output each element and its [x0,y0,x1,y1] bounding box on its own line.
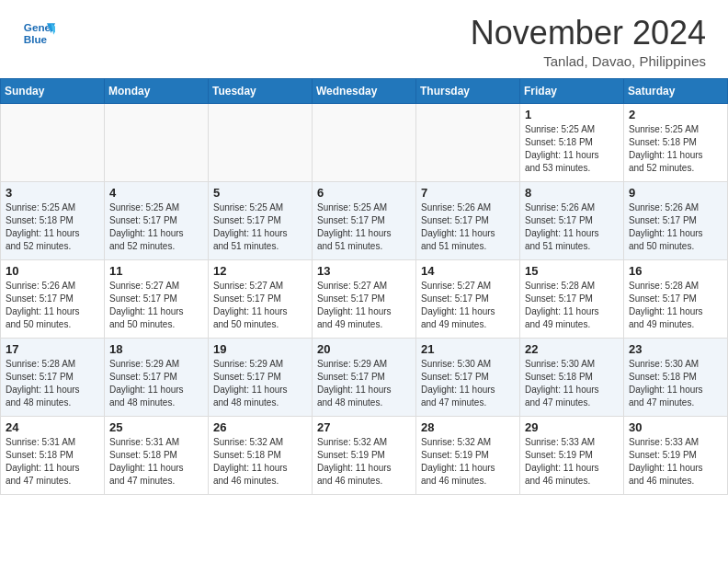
day-info: Sunrise: 5:31 AMSunset: 5:18 PMDaylight:… [109,436,203,488]
calendar-cell: 24Sunrise: 5:31 AMSunset: 5:18 PMDayligh… [1,417,105,495]
day-info: Sunrise: 5:25 AMSunset: 5:17 PMDaylight:… [109,201,203,253]
day-info: Sunrise: 5:27 AMSunset: 5:17 PMDaylight:… [317,280,411,331]
title-block: November 2024 Tanlad, Davao, Philippines [471,17,706,69]
day-number: 28 [421,420,515,434]
calendar-cell: 17Sunrise: 5:28 AMSunset: 5:17 PMDayligh… [1,339,105,417]
day-info: Sunrise: 5:32 AMSunset: 5:19 PMDaylight:… [421,436,515,488]
day-info: Sunrise: 5:32 AMSunset: 5:19 PMDaylight:… [317,436,411,488]
day-info: Sunrise: 5:25 AMSunset: 5:18 PMDaylight:… [6,201,99,253]
day-number: 27 [317,420,411,434]
calendar-cell: 22Sunrise: 5:30 AMSunset: 5:18 PMDayligh… [520,339,624,417]
calendar-cell: 9Sunrise: 5:26 AMSunset: 5:17 PMDaylight… [624,182,728,260]
day-number: 14 [421,264,515,278]
day-number: 25 [109,420,203,434]
calendar-cell: 13Sunrise: 5:27 AMSunset: 5:17 PMDayligh… [313,260,416,339]
day-number: 7 [421,186,515,200]
calendar-cell: 18Sunrise: 5:29 AMSunset: 5:17 PMDayligh… [105,339,209,417]
day-number: 20 [317,342,411,356]
day-number: 13 [317,264,411,278]
day-info: Sunrise: 5:29 AMSunset: 5:17 PMDaylight:… [213,358,307,409]
calendar-cell: 20Sunrise: 5:29 AMSunset: 5:17 PMDayligh… [313,339,416,417]
day-number: 12 [213,264,307,278]
calendar-cell: 3Sunrise: 5:25 AMSunset: 5:18 PMDaylight… [1,182,105,260]
calendar-cell: 6Sunrise: 5:25 AMSunset: 5:17 PMDaylight… [313,182,416,260]
calendar-cell: 4Sunrise: 5:25 AMSunset: 5:17 PMDaylight… [105,182,209,260]
day-info: Sunrise: 5:27 AMSunset: 5:17 PMDaylight:… [421,280,515,331]
col-monday: Monday [105,79,209,104]
day-info: Sunrise: 5:26 AMSunset: 5:17 PMDaylight:… [525,201,619,253]
col-friday: Friday [520,79,624,104]
calendar-cell [313,104,416,182]
month-title: November 2024 [471,17,706,50]
day-info: Sunrise: 5:27 AMSunset: 5:17 PMDaylight:… [109,280,203,331]
day-number: 1 [525,108,619,121]
day-info: Sunrise: 5:32 AMSunset: 5:18 PMDaylight:… [213,436,307,488]
page: General Blue November 2024 Tanlad, Davao… [0,0,728,495]
col-wednesday: Wednesday [313,79,416,104]
day-number: 6 [317,186,411,200]
logo: General Blue [22,17,55,50]
calendar-cell: 30Sunrise: 5:33 AMSunset: 5:19 PMDayligh… [624,417,728,495]
week-row-5: 24Sunrise: 5:31 AMSunset: 5:18 PMDayligh… [1,417,728,495]
day-info: Sunrise: 5:30 AMSunset: 5:18 PMDaylight:… [629,358,722,409]
day-number: 18 [109,342,203,356]
day-info: Sunrise: 5:25 AMSunset: 5:17 PMDaylight:… [213,201,307,253]
col-tuesday: Tuesday [209,79,313,104]
calendar-cell: 29Sunrise: 5:33 AMSunset: 5:19 PMDayligh… [520,417,624,495]
calendar-cell [416,104,520,182]
day-number: 4 [109,186,203,200]
day-info: Sunrise: 5:28 AMSunset: 5:17 PMDaylight:… [629,280,722,331]
day-info: Sunrise: 5:30 AMSunset: 5:18 PMDaylight:… [525,358,619,409]
day-number: 9 [629,186,722,200]
calendar-cell: 19Sunrise: 5:29 AMSunset: 5:17 PMDayligh… [209,339,313,417]
day-number: 2 [629,108,722,121]
day-number: 15 [525,264,619,278]
day-number: 21 [421,342,515,356]
day-info: Sunrise: 5:33 AMSunset: 5:19 PMDaylight:… [629,436,722,488]
week-row-4: 17Sunrise: 5:28 AMSunset: 5:17 PMDayligh… [1,339,728,417]
calendar-cell: 15Sunrise: 5:28 AMSunset: 5:17 PMDayligh… [520,260,624,339]
day-info: Sunrise: 5:25 AMSunset: 5:18 PMDaylight:… [629,123,722,175]
week-row-3: 10Sunrise: 5:26 AMSunset: 5:17 PMDayligh… [1,260,728,339]
calendar-table: Sunday Monday Tuesday Wednesday Thursday… [0,78,728,495]
day-number: 17 [6,342,99,356]
calendar-cell: 26Sunrise: 5:32 AMSunset: 5:18 PMDayligh… [209,417,313,495]
col-saturday: Saturday [624,79,728,104]
week-row-1: 1Sunrise: 5:25 AMSunset: 5:18 PMDaylight… [1,104,728,182]
calendar-cell [209,104,313,182]
day-number: 11 [109,264,203,278]
day-number: 30 [629,420,722,434]
col-sunday: Sunday [1,79,105,104]
logo-icon: General Blue [22,17,55,50]
day-info: Sunrise: 5:27 AMSunset: 5:17 PMDaylight:… [213,280,307,331]
day-number: 24 [6,420,99,434]
day-info: Sunrise: 5:29 AMSunset: 5:17 PMDaylight:… [109,358,203,409]
day-info: Sunrise: 5:26 AMSunset: 5:17 PMDaylight:… [629,201,722,253]
calendar-cell: 25Sunrise: 5:31 AMSunset: 5:18 PMDayligh… [105,417,209,495]
calendar-cell: 27Sunrise: 5:32 AMSunset: 5:19 PMDayligh… [313,417,416,495]
header: General Blue November 2024 Tanlad, Davao… [0,0,728,78]
calendar-cell: 8Sunrise: 5:26 AMSunset: 5:17 PMDaylight… [520,182,624,260]
calendar-cell: 5Sunrise: 5:25 AMSunset: 5:17 PMDaylight… [209,182,313,260]
calendar-cell: 12Sunrise: 5:27 AMSunset: 5:17 PMDayligh… [209,260,313,339]
calendar-cell: 7Sunrise: 5:26 AMSunset: 5:17 PMDaylight… [416,182,520,260]
day-number: 16 [629,264,722,278]
svg-text:Blue: Blue [24,33,48,45]
day-info: Sunrise: 5:28 AMSunset: 5:17 PMDaylight:… [6,358,99,409]
day-info: Sunrise: 5:25 AMSunset: 5:17 PMDaylight:… [317,201,411,253]
calendar-cell: 28Sunrise: 5:32 AMSunset: 5:19 PMDayligh… [416,417,520,495]
day-number: 5 [213,186,307,200]
day-number: 29 [525,420,619,434]
day-info: Sunrise: 5:30 AMSunset: 5:17 PMDaylight:… [421,358,515,409]
calendar-cell [1,104,105,182]
day-info: Sunrise: 5:25 AMSunset: 5:18 PMDaylight:… [525,123,619,175]
calendar-cell: 16Sunrise: 5:28 AMSunset: 5:17 PMDayligh… [624,260,728,339]
day-number: 3 [6,186,99,200]
calendar-cell [105,104,209,182]
day-info: Sunrise: 5:26 AMSunset: 5:17 PMDaylight:… [6,280,99,331]
day-info: Sunrise: 5:31 AMSunset: 5:18 PMDaylight:… [6,436,99,488]
day-info: Sunrise: 5:29 AMSunset: 5:17 PMDaylight:… [317,358,411,409]
day-info: Sunrise: 5:28 AMSunset: 5:17 PMDaylight:… [525,280,619,331]
calendar-cell: 11Sunrise: 5:27 AMSunset: 5:17 PMDayligh… [105,260,209,339]
col-thursday: Thursday [416,79,520,104]
